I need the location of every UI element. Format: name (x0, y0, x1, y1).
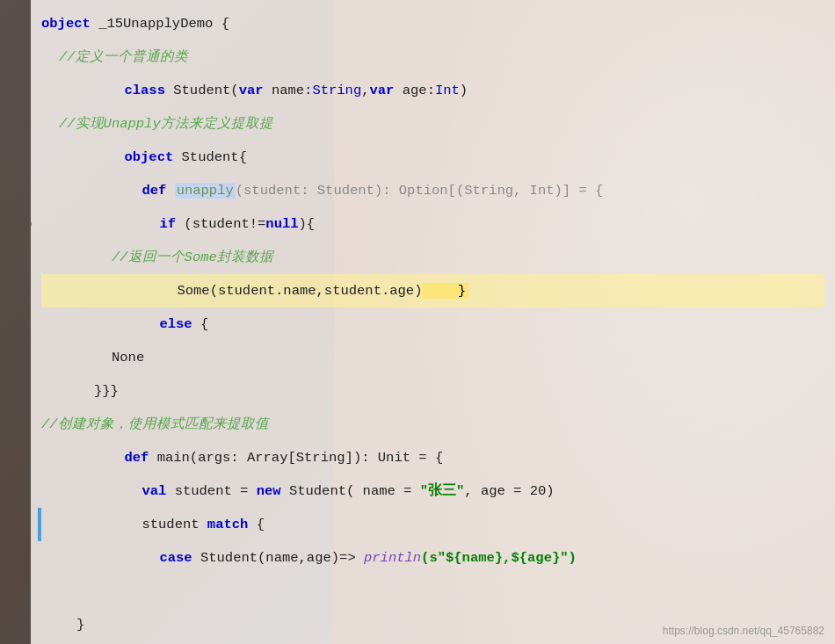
gutter-breakpoint-7 (31, 207, 41, 241)
gutter-arrow-1 (31, 7, 41, 40)
gutter-blue-sq-3 (31, 74, 41, 107)
token: None (112, 341, 144, 374)
breakpoint-icon (31, 219, 32, 229)
gutter-blue-sq-5 (31, 141, 41, 174)
token: _15UnapplyDemo { (98, 7, 229, 40)
code-line-10: else { (41, 308, 824, 341)
gutter-arrow-14 (31, 441, 41, 474)
code-line-1: object _15UnapplyDemo { (41, 7, 824, 40)
blue-line-indicator (38, 508, 41, 541)
token: object (41, 7, 98, 40)
watermark: https://blog.csdn.net/qq_45765882 (663, 625, 824, 637)
code-line-7: if (student!=null){ (41, 207, 824, 241)
code-line-12: }}} (41, 374, 824, 408)
editor-gutter (0, 0, 31, 644)
token: }}} (94, 374, 119, 408)
token: } (76, 608, 84, 641)
code-area[interactable]: object _15UnapplyDemo { //定义一个普通的类 class… (31, 0, 835, 644)
code-editor: object _15UnapplyDemo { //定义一个普通的类 class… (0, 0, 835, 644)
code-line-17: case Student(name,age)=> println(s"${nam… (41, 541, 824, 575)
code-line-3: class Student(var name:String,var age:In… (41, 74, 824, 107)
gutter-blue-sq-15 (31, 474, 41, 508)
code-line-18 (41, 575, 824, 608)
code-line-11: None (41, 341, 824, 374)
